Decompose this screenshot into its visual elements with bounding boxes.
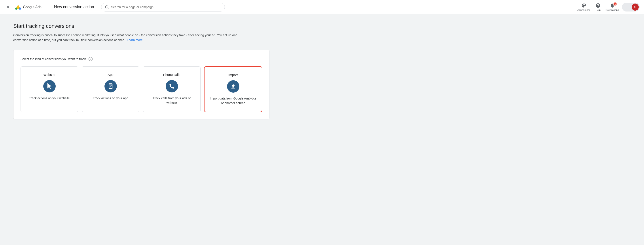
conversion-card-phone-calls[interactable]: Phone calls Track calls from your ads or… <box>143 66 200 112</box>
appearance-button[interactable]: Appearance <box>578 2 590 12</box>
header-divider <box>48 5 48 10</box>
page-title: New conversion action <box>54 5 94 9</box>
phone-calls-card-icon-circle <box>166 80 178 92</box>
close-button[interactable]: × <box>4 4 12 11</box>
main-content: Start tracking conversions Conversion tr… <box>0 14 309 128</box>
brand-name: Google Ads <box>23 5 42 9</box>
header: × Google Ads New conversion action <box>0 0 644 14</box>
select-label-text: Select the kind of conversions you want … <box>20 57 87 61</box>
cursor-icon <box>46 83 52 89</box>
website-card-title: Website <box>44 73 56 77</box>
select-help-icon[interactable]: ? <box>88 57 92 61</box>
app-card-description: Track actions on your app <box>93 96 128 101</box>
help-button[interactable]: Help <box>592 2 604 12</box>
notifications-label: Notifications <box>606 9 619 11</box>
import-card-icon-circle <box>227 80 240 93</box>
svg-line-3 <box>108 8 108 9</box>
app-card-title: App <box>108 73 114 77</box>
phone-calls-card-description: Track calls from your ads or website <box>148 96 196 105</box>
upload-icon <box>230 83 236 90</box>
header-right: Appearance Help Notifications 1 G <box>578 2 640 12</box>
help-icon <box>596 3 601 8</box>
notifications-wrapper: Notifications 1 <box>606 2 618 12</box>
account-button[interactable]: G <box>622 3 640 12</box>
website-card-icon-circle <box>43 80 56 92</box>
page-heading: Start tracking conversions <box>13 23 296 29</box>
app-card-icon-circle <box>104 80 117 92</box>
svg-point-2 <box>105 6 108 8</box>
search-bar <box>101 3 225 12</box>
import-card-title: Import <box>228 73 238 77</box>
import-card-description: Import data from Google Analytics or ano… <box>209 96 257 105</box>
website-card-description: Track actions on your website <box>29 96 70 101</box>
appearance-icon <box>581 3 586 8</box>
search-input-wrapper <box>101 3 225 12</box>
help-label: Help <box>596 9 601 11</box>
card-container: Select the kind of conversions you want … <box>13 50 270 119</box>
select-kind-label: Select the kind of conversions you want … <box>20 57 262 61</box>
conversion-card-import[interactable]: Import Import data from Google Analytics… <box>204 66 262 112</box>
phone-app-icon <box>108 83 114 89</box>
description: Conversion tracking is critical to succe… <box>13 33 252 43</box>
logo-area: Google Ads <box>15 4 42 10</box>
phone-calls-card-title: Phone calls <box>163 73 180 77</box>
conversion-card-app[interactable]: App Track actions on your app <box>82 66 139 112</box>
svg-point-1 <box>15 8 18 10</box>
notification-badge: 1 <box>614 3 616 6</box>
search-icon <box>105 5 109 9</box>
avatar: G <box>632 4 639 11</box>
svg-point-0 <box>19 8 21 10</box>
learn-more-link[interactable]: Learn more <box>127 38 143 42</box>
phone-call-icon <box>169 83 175 89</box>
search-input[interactable] <box>111 5 221 9</box>
appearance-label: Appearance <box>577 9 590 11</box>
header-left: × Google Ads New conversion action <box>4 4 94 11</box>
google-ads-logo-icon <box>15 4 21 10</box>
conversion-options: Website Track actions on your website Ap… <box>20 66 262 112</box>
conversion-card-website[interactable]: Website Track actions on your website <box>20 66 78 112</box>
description-text: Conversion tracking is critical to succe… <box>13 33 238 42</box>
